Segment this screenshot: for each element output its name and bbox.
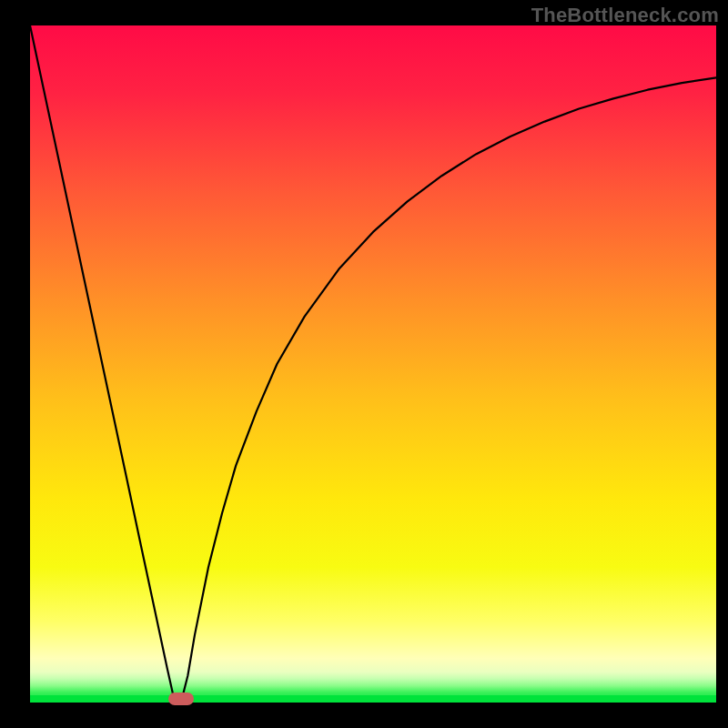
optimal-marker xyxy=(168,693,194,705)
attribution-label: TheBottleneck.com xyxy=(531,4,719,27)
chart-container: TheBottleneck.com xyxy=(0,0,728,728)
plot-background xyxy=(30,25,716,703)
green-baseline xyxy=(30,695,716,703)
bottleneck-chart xyxy=(0,0,728,728)
